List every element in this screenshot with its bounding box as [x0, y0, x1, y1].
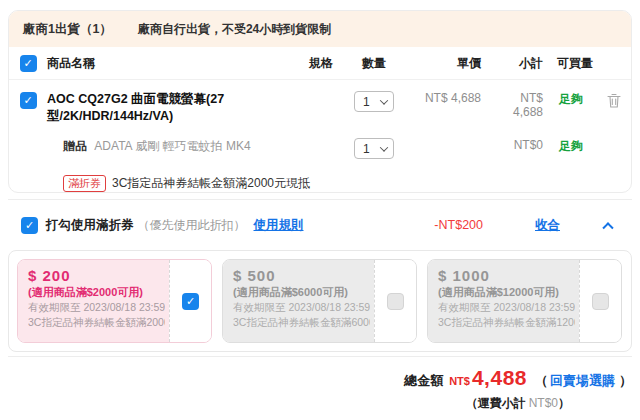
paren-open: （	[535, 372, 548, 390]
coupon-amount: $ 1000	[438, 267, 575, 285]
vendor-title: 廠商1出貨（1）	[23, 21, 112, 38]
paren-close: ）	[619, 372, 632, 390]
coupon-checkbox-unchecked[interactable]	[592, 293, 609, 310]
chevron-down-icon	[380, 143, 388, 151]
use-coupon-label: 打勾使用滿折券	[46, 217, 134, 234]
discount-section: ✓ 打勾使用滿折券 （優先使用此折扣） 使用規則 -NT$200 收合 $ 20…	[8, 199, 632, 357]
column-header-qty: 數量	[343, 55, 405, 72]
checkmark-icon: ✓	[25, 220, 34, 231]
quantity-value: 1	[363, 142, 370, 156]
gift-row: 贈品 ADATA 威剛 輕巧電蚊拍 MK4 1 NT$0 足夠	[9, 138, 631, 159]
product-name[interactable]: AOC CQ27G2 曲面電競螢幕(27型/2K/HDR/144Hz/VA)	[47, 91, 299, 125]
coupon-description: 3C指定品神券結帳金額滿2000...	[28, 315, 165, 330]
shopping-cart-page: 廠商1出貨（1） 廠商自行出貨，不受24小時到貨限制 ✓ 商品名稱 規格 數量 …	[0, 0, 640, 420]
total-label: 總金額	[404, 372, 443, 390]
use-coupon-checkbox[interactable]: ✓	[21, 217, 38, 234]
vendor-shipping-note: 廠商自行出貨，不受24小時到貨限制	[138, 21, 331, 38]
checkmark-icon: ✓	[23, 58, 32, 69]
totals-section: 總金額 NT$ 4,488 （ 回賣場選購 ） （運費小計NT$0）	[404, 366, 632, 412]
discount-amount: -NT$200	[434, 218, 483, 232]
coupon-card-200[interactable]: $ 200 (適用商品滿$2000可用) 有效期限至 2023/08/18 23…	[17, 259, 212, 343]
product-checkbox[interactable]: ✓	[20, 92, 37, 109]
gift-name: ADATA 威剛 輕巧電蚊拍 MK4	[94, 139, 250, 153]
coupon-condition: (適用商品滿$12000可用)	[438, 285, 575, 300]
paren-close: ）	[558, 396, 570, 410]
coupon-amount: $ 200	[28, 267, 165, 285]
back-to-store-link[interactable]: 回賣場選購	[550, 372, 615, 390]
shipping-amount: NT$0	[529, 396, 558, 410]
table-header-row: ✓ 商品名稱 規格 數量 單價 小計 可買量	[9, 47, 631, 80]
coupon-condition: (適用商品滿$2000可用)	[28, 285, 165, 300]
shipping-line: （運費小計NT$0）	[404, 395, 632, 412]
quantity-value: 1	[363, 95, 370, 109]
paren-open: （	[466, 396, 478, 410]
product-unit-price: NT$ 4,688	[405, 91, 489, 105]
column-header-spec: 規格	[299, 55, 343, 72]
collapse-link[interactable]: 收合	[535, 217, 560, 234]
column-header-stock: 可買量	[551, 55, 599, 72]
coupon-tag: 滿折券	[63, 175, 106, 192]
use-coupon-note: （優先使用此折扣）	[138, 217, 246, 234]
coupon-expiry: 有效期限至 2023/08/18 23:59	[28, 300, 165, 315]
product-quantity-select[interactable]: 1	[354, 91, 394, 112]
gift-subtotal: NT$0	[489, 138, 551, 152]
trash-icon	[607, 93, 621, 108]
chevron-up-icon[interactable]	[602, 222, 613, 233]
coupon-card-1000[interactable]: $ 1000 (適用商品滿$12000可用) 有效期限至 2023/08/18 …	[427, 259, 622, 343]
checkmark-icon: ✓	[186, 296, 195, 307]
total-line: 總金額 NT$ 4,488 （ 回賣場選購 ）	[404, 366, 632, 390]
product-subtotal: NT$ 4,688	[489, 91, 551, 119]
coupon-list: $ 200 (適用商品滿$2000可用) 有效期限至 2023/08/18 23…	[8, 250, 632, 352]
checkmark-icon: ✓	[23, 95, 32, 106]
coupon-card-500[interactable]: $ 500 (適用商品滿$6000可用) 有效期限至 2023/08/18 23…	[222, 259, 417, 343]
gift-badge: 贈品	[63, 139, 87, 153]
coupon-checkbox-unchecked[interactable]	[387, 293, 404, 310]
coupon-condition: (適用商品滿$6000可用)	[233, 285, 370, 300]
gift-quantity-select[interactable]: 1	[354, 138, 394, 159]
column-header-subtotal: 小計	[489, 55, 551, 72]
coupon-checkbox-checked[interactable]: ✓	[182, 293, 199, 310]
gift-stock-status: 足夠	[551, 138, 599, 155]
total-amount: 4,488	[472, 366, 527, 390]
shipping-label: 運費小計	[478, 396, 526, 410]
column-header-unit-price: 單價	[405, 55, 489, 72]
vendor-header: 廠商1出貨（1） 廠商自行出貨，不受24小時到貨限制	[9, 11, 631, 47]
select-all-checkbox[interactable]: ✓	[20, 55, 37, 72]
chevron-down-icon	[380, 96, 388, 104]
coupon-description: 3C指定品神券結帳金額滿6000...	[233, 315, 370, 330]
product-row: ✓ AOC CQ27G2 曲面電競螢幕(27型/2K/HDR/144Hz/VA)…	[9, 80, 631, 125]
coupon-note-row: 滿折券3C指定品神券結帳金額滿2000元現抵200折價券(部份商品適用)	[9, 174, 631, 193]
coupon-description: 3C指定品神券結帳金額滿1200...	[438, 315, 575, 330]
total-currency: NT$	[449, 375, 470, 387]
vendor-shipment-card: 廠商1出貨（1） 廠商自行出貨，不受24小時到貨限制 ✓ 商品名稱 規格 數量 …	[8, 10, 632, 193]
discount-toggle-row: ✓ 打勾使用滿折券 （優先使用此折扣） 使用規則 -NT$200 收合	[8, 200, 632, 250]
coupon-expiry: 有效期限至 2023/08/18 23:59	[233, 300, 370, 315]
delete-item-button[interactable]	[605, 91, 623, 113]
usage-rules-link[interactable]: 使用規則	[254, 217, 304, 234]
product-stock-status: 足夠	[551, 91, 599, 108]
coupon-expiry: 有效期限至 2023/08/18 23:59	[438, 300, 575, 315]
column-header-product: 商品名稱	[47, 55, 299, 72]
coupon-amount: $ 500	[233, 267, 370, 285]
